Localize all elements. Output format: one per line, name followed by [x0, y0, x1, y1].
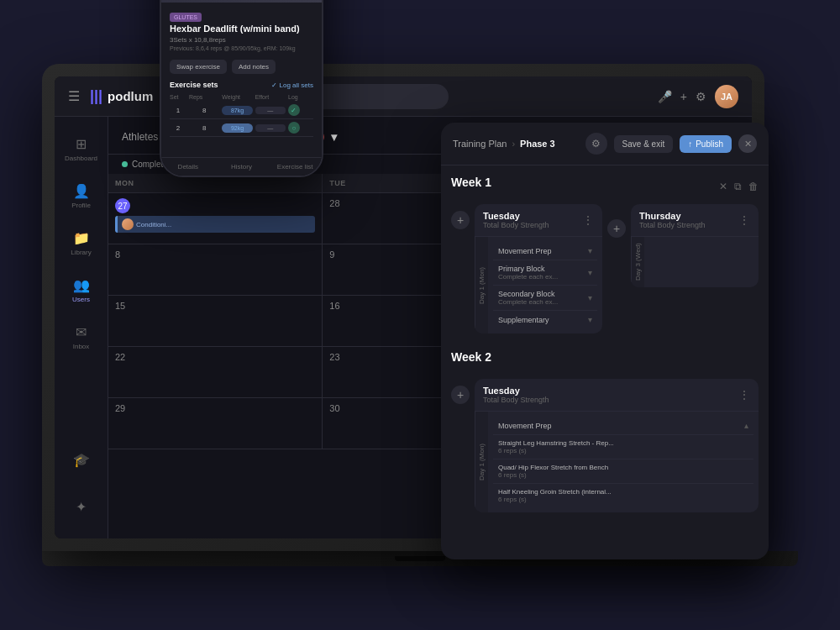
cal-cell-mon-27[interactable]: 27 Conditioni... [108, 193, 323, 244]
section-supplementary[interactable]: Supplementary ▾ [493, 311, 597, 328]
cal-cell-mon-15[interactable]: 15 [108, 296, 323, 346]
week1-day2-title: Thursday [639, 211, 706, 221]
cal-cell-mon-8[interactable]: 8 [108, 244, 323, 295]
sidebar: ⊞ Dashboard 👤 Profile 📁 Library 👥 [55, 117, 108, 538]
laptop-notch [395, 556, 445, 561]
cal-date-8: 8 [115, 249, 315, 260]
add-notes-button[interactable]: Add notes [232, 60, 276, 74]
sidebar-item-inbox[interactable]: ✉ Inbox [60, 315, 103, 359]
week-1-delete[interactable]: 🗑 [748, 181, 759, 192]
section-primary-block[interactable]: Primary Block Complete each ex... ▾ [493, 260, 597, 286]
dashboard-icon: ⊞ [76, 136, 87, 152]
set2-weight[interactable]: 92kg [222, 123, 252, 133]
cal-cell-mon-22[interactable]: 22 [108, 347, 323, 397]
week1-day2-menu[interactable]: ⋮ [738, 213, 750, 227]
sidebar-item-library[interactable]: 📁 Library [60, 221, 103, 265]
add-day-btn-1[interactable]: + [451, 211, 470, 229]
log-all-sets-button[interactable]: ✓ Log all sets [271, 81, 313, 89]
users-icon: 👥 [73, 277, 90, 293]
set1-weight[interactable]: 87kg [222, 106, 252, 115]
app-logo: ||| podlum [90, 87, 153, 105]
section-w2-movement-prep[interactable]: Movement Prep ▴ [493, 417, 753, 435]
event-chip-conditioning[interactable]: Conditioni... [115, 216, 315, 233]
publish-button[interactable]: ↑ Publish [680, 135, 732, 153]
week2-day1-label: Day 1 (Mon) [475, 412, 488, 512]
exercise-name: Hexbar Deadlift (w/mini band) [170, 23, 313, 34]
exercise-action-buttons: Swap exercise Add notes [161, 56, 322, 77]
tab-history[interactable]: History [215, 158, 269, 176]
swap-exercise-button[interactable]: Swap exercise [170, 60, 227, 74]
close-button[interactable]: ✕ [738, 134, 757, 153]
set2-log[interactable]: ○ [288, 122, 300, 134]
section-w2-groin[interactable]: Half Kneeling Groin Stretch (internal...… [493, 484, 753, 507]
cal-date-22: 22 [115, 352, 315, 362]
sidebar-item-inbox-label: Inbox [73, 343, 90, 350]
athletes-link[interactable]: Athletes [122, 131, 158, 143]
week1-day1-label: Day 1 (Mon) [475, 237, 488, 333]
set1-effort[interactable]: — [255, 107, 286, 114]
save-exit-button[interactable]: Save & exit [614, 135, 674, 153]
mic-icon[interactable]: 🎤 [658, 90, 672, 103]
sidebar-item-dashboard[interactable]: ⊞ Dashboard [60, 127, 103, 171]
inbox-icon: ✉ [76, 324, 87, 340]
week2-day1-card: Tuesday Total Body Strength ⋮ Day 1 (Mon… [475, 379, 759, 512]
col-log: Log [288, 94, 313, 100]
week2-day1-title: Tuesday [483, 386, 549, 396]
col-reps: Reps [189, 94, 219, 100]
week-1-copy[interactable]: ⧉ [734, 181, 742, 192]
section-w2-hamstring[interactable]: Straight Leg Hamstring Stretch - Rep... … [493, 435, 753, 459]
menu-icon[interactable]: ☰ [68, 88, 80, 104]
sidebar-item-users[interactable]: 👥 Users [60, 268, 103, 312]
set-row-1: 1 8 87kg — ✓ [170, 102, 313, 119]
gear-button[interactable]: ⚙ [585, 133, 607, 155]
week2-day1-header: Tuesday Total Body Strength ⋮ [475, 379, 759, 412]
week1-day1-subtitle: Total Body Strength [483, 221, 549, 229]
set1-reps: 8 [189, 107, 219, 114]
exercise-video[interactable]: ▶ [161, 0, 322, 3]
publish-icon: ↑ [688, 139, 692, 149]
section-movement-prep[interactable]: Movement Prep ▾ [493, 242, 597, 260]
settings-icon[interactable]: ⚙ [696, 90, 706, 103]
tablet-content[interactable]: Week 1 ✕ ⧉ 🗑 + [441, 165, 769, 559]
sets-header: Exercise sets ✓ Log all sets [170, 81, 313, 89]
add-icon[interactable]: + [680, 90, 687, 103]
phone-content: ‹ Next exercise › Exercise 2 of 3 [161, 0, 322, 176]
phone-overlay: 12:35 ▲▲▲ ▬ ‹ Next exercise › Exercise 2… [160, 0, 323, 177]
sidebar-item-users-label: Users [72, 296, 90, 303]
checkmark-icon: ✓ [271, 81, 277, 89]
cal-cell-mon-29[interactable]: 29 [108, 398, 323, 449]
week2-day1-menu[interactable]: ⋮ [738, 388, 750, 402]
week2-day1-subtitle: Total Body Strength [483, 396, 549, 404]
set2-effort[interactable]: — [255, 124, 286, 132]
phone-bottom-tabs: Details History Exercise list [161, 157, 322, 176]
add-day-btn-w2[interactable]: + [451, 386, 470, 404]
set1-number: 1 [170, 107, 186, 114]
set2-number: 2 [170, 124, 186, 132]
dropdown-arrow[interactable]: ▾ [331, 130, 337, 144]
week1-day1-menu[interactable]: ⋮ [582, 213, 594, 227]
cal-date-15: 15 [115, 301, 315, 311]
tab-details[interactable]: Details [161, 158, 215, 176]
week2-day1-sections: Movement Prep ▴ Straight Leg Hamstring S… [488, 412, 759, 512]
week-1-close[interactable]: ✕ [719, 181, 727, 192]
exercise-video-bg: ▶ [161, 0, 322, 3]
add-day-btn-mid[interactable]: + [607, 219, 626, 238]
sidebar-item-achievements[interactable]: 🎓 [60, 438, 103, 481]
set2-reps: 8 [189, 124, 219, 132]
exercise-sets-info: 3Sets x 10,8,8reps [170, 36, 313, 44]
set1-log[interactable]: ✓ [288, 104, 300, 116]
sidebar-item-profile[interactable]: 👤 Profile [60, 174, 103, 218]
publish-label: Publish [696, 139, 723, 149]
logo-icon: ||| [90, 87, 102, 105]
exercise-previous: Previous: 8,6,4 reps @ 85/90/95kg, eRM: … [170, 45, 313, 51]
training-plan-link[interactable]: Training Plan [453, 139, 507, 149]
section-w2-quad[interactable]: Quad/ Hip Flexor Stretch from Bench 6 re… [493, 459, 753, 484]
sidebar-item-system-settings[interactable]: ✦ [60, 485, 103, 528]
section-secondary-block[interactable]: Secondary Block Complete each ex... ▾ [493, 286, 597, 311]
tablet-overlay: Training Plan › Phase 3 ⚙ Save & exit ↑ … [441, 123, 769, 559]
exercise-tag: GLUTES [170, 13, 202, 22]
app-title: podlum [108, 89, 153, 103]
week1-day2-header: Thursday Total Body Strength ⋮ [631, 204, 759, 237]
sidebar-item-library-label: Library [71, 249, 91, 256]
user-avatar[interactable]: JA [715, 85, 738, 108]
